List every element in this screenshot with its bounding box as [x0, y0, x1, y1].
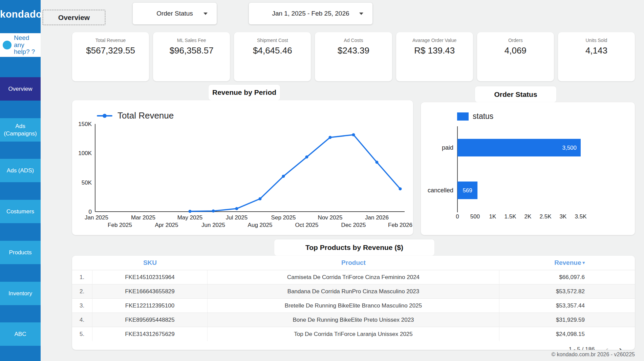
kpi-card-units-sold: Units Sold4,143 — [558, 32, 635, 81]
help-widget[interactable]: Need any help? ? — [0, 33, 41, 57]
revenue-legend-label: Total Revenue — [117, 110, 174, 121]
kpi-label: Total Revenue — [72, 38, 149, 43]
kpi-value: $243.39 — [315, 45, 392, 56]
sidebar-item-products[interactable]: Products — [0, 241, 41, 264]
cell-prod: Top De Corrida TriForce Laranja Unissex … — [208, 327, 499, 341]
svg-text:569: 569 — [463, 187, 472, 194]
sort-desc-icon: ▾ — [582, 260, 585, 265]
tab-overview[interactable]: Overview — [43, 10, 105, 25]
order-status-filter[interactable]: Order Status — [133, 3, 217, 24]
help-label: Need any help? ? — [14, 35, 41, 56]
kpi-label: Ad Costs — [315, 38, 392, 43]
svg-text:Jul 2025: Jul 2025 — [226, 214, 248, 221]
table-row: 2.FKE166643655829Bandana De Corrida RunP… — [72, 284, 635, 298]
cell-prod: Camiseta De Corrida TriForce Cinza Femin… — [208, 270, 499, 284]
cell-rev: $66,097.6 — [499, 274, 635, 281]
svg-text:May 2025: May 2025 — [177, 214, 203, 221]
svg-text:0: 0 — [456, 213, 459, 220]
svg-text:Apr 2025: Apr 2025 — [155, 222, 178, 228]
svg-text:500: 500 — [470, 213, 480, 220]
column-header-revenue[interactable]: Revenue▾ — [499, 259, 635, 267]
svg-text:2.5K: 2.5K — [540, 213, 552, 220]
cell-idx: 3. — [72, 299, 92, 313]
svg-text:150K: 150K — [78, 121, 92, 127]
revenue-legend: Total Revenue — [97, 110, 174, 121]
cell-rev: $53,357.44 — [499, 302, 635, 309]
help-bubble-icon — [3, 41, 12, 49]
svg-text:Feb 2025: Feb 2025 — [108, 222, 132, 228]
cell-idx: 2. — [72, 284, 92, 298]
svg-text:Oct 2025: Oct 2025 — [295, 222, 319, 228]
date-range-picker[interactable]: Jan 1, 2025 - Feb 25, 2026 — [249, 3, 372, 24]
svg-text:cancelled: cancelled — [428, 187, 453, 194]
sidebar-item-ads-ads[interactable]: Ads (ADS) — [0, 159, 41, 182]
cell-idx: 1. — [72, 270, 92, 284]
kpi-card-orders: Orders4,069 — [477, 32, 554, 81]
kpi-label: ML Sales Fee — [153, 38, 230, 43]
svg-text:Nov 2025: Nov 2025 — [318, 214, 343, 221]
status-legend: status — [457, 112, 493, 121]
svg-text:50K: 50K — [82, 179, 92, 186]
svg-text:1K: 1K — [489, 213, 496, 220]
status-chart-panel: paid3,500cancelled56905001K1.5K2K2.5K3K3… — [421, 102, 635, 235]
status-legend-label: status — [473, 112, 493, 121]
svg-text:3,500: 3,500 — [562, 145, 577, 151]
cell-prod: Bretelle De Running BikeElite Branco Mas… — [208, 299, 499, 313]
cell-sku: FKE145102315964 — [92, 270, 208, 284]
kpi-card-total-revenue: Total Revenue$567,329.55 — [72, 32, 149, 81]
chevron-down-icon — [359, 13, 363, 15]
svg-text:Feb 2026: Feb 2026 — [388, 222, 412, 228]
sidebar-item-overview[interactable]: Overview — [0, 77, 41, 101]
cell-sku: FKE314312675629 — [92, 327, 208, 341]
kondado-logo: kondado — [0, 9, 41, 20]
kpi-value: $567,329.55 — [72, 45, 149, 56]
copyright-footer: © kondado.com.br 2026 - v260225 — [551, 352, 635, 358]
legend-line-marker-icon — [97, 115, 112, 116]
table-title: Top Products by Revenue ($) — [274, 239, 434, 256]
next-page-icon[interactable]: › — [619, 344, 623, 350]
sidebar: kondado Need any help? ? OverviewAds (Ca… — [0, 0, 41, 361]
date-range-label: Jan 1, 2025 - Feb 25, 2026 — [272, 10, 349, 17]
svg-text:Jan 2025: Jan 2025 — [85, 214, 108, 221]
svg-text:paid: paid — [442, 144, 453, 151]
svg-text:Dec 2025: Dec 2025 — [341, 222, 366, 228]
revenue-chart-panel: 150K100K50K0Jan 2025Feb 2025Mar 2025Apr … — [72, 100, 413, 235]
kpi-value: 4,143 — [558, 45, 635, 56]
svg-text:3.5K: 3.5K — [575, 213, 587, 220]
svg-text:1.5K: 1.5K — [505, 213, 517, 220]
sidebar-item-abc[interactable]: ABC — [0, 322, 41, 346]
dashboard: kondado Need any help? ? OverviewAds (Ca… — [0, 0, 644, 361]
kpi-label: Units Sold — [558, 38, 635, 43]
table-body: 1.FKE145102315964Camiseta De Corrida Tri… — [72, 270, 635, 341]
column-header-product[interactable]: Product — [208, 259, 499, 267]
svg-text:Jun 2025: Jun 2025 — [201, 222, 225, 228]
cell-prod: Bandana De Corrida RunPro Cinza Masculin… — [208, 284, 499, 298]
cell-prod: Bone De Running BikeElite Preto Unissex … — [208, 313, 499, 327]
svg-text:Sep 2025: Sep 2025 — [271, 214, 296, 221]
sidebar-item-inventory[interactable]: Inventory — [0, 282, 41, 305]
top-products-table: SKU Product Revenue▾ 1.FKE145102315964Ca… — [72, 256, 635, 350]
column-header-sku[interactable]: SKU — [92, 259, 208, 267]
previous-page-icon[interactable]: ‹ — [605, 344, 608, 350]
legend-swatch-icon — [457, 112, 469, 121]
revenue-chart-title: Revenue by Period — [209, 85, 280, 100]
order-status-filter-label: Order Status — [156, 10, 193, 17]
cell-rev: $31,929.59 — [499, 317, 635, 323]
cell-sku: FKE895695448825 — [92, 313, 208, 327]
cell-sku: FKE122112395100 — [92, 299, 208, 313]
pagination-range: 1 - 5 / 186 — [569, 346, 595, 350]
kpi-value: 4,069 — [477, 45, 554, 56]
cell-idx: 4. — [72, 313, 92, 327]
cell-rev: $24,098.15 — [499, 331, 635, 338]
kpi-row: Total Revenue$567,329.55ML Sales Fee$96,… — [72, 32, 635, 81]
svg-text:Aug 2025: Aug 2025 — [248, 222, 273, 228]
svg-text:Jan 2026: Jan 2026 — [365, 214, 389, 221]
kpi-label: Orders — [477, 38, 554, 43]
svg-text:3K: 3K — [560, 213, 567, 220]
svg-text:100K: 100K — [78, 150, 92, 156]
kpi-card-avarage-order-value: Avarage Order ValueR$ 139.43 — [396, 32, 473, 81]
sidebar-item-ads-campaigns[interactable]: Ads (Campaigns) — [0, 118, 41, 142]
status-chart-title: Order Status — [475, 86, 556, 102]
sidebar-item-costumers[interactable]: Costumers — [0, 200, 41, 223]
kpi-label: Avarage Order Value — [396, 38, 473, 43]
